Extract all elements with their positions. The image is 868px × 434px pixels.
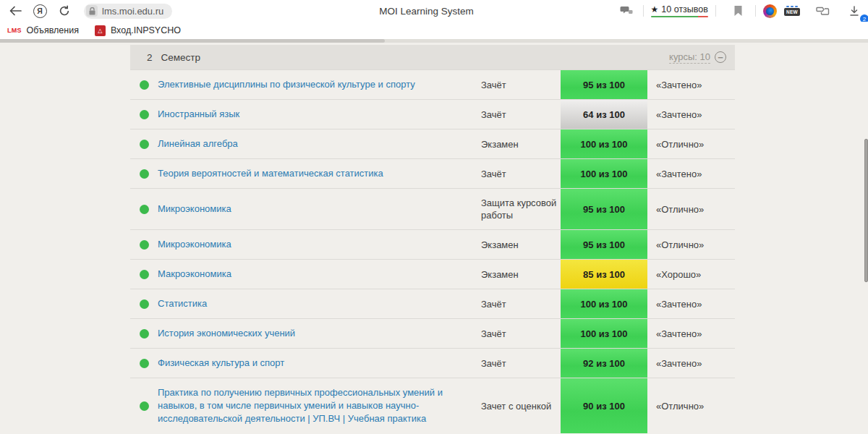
vertical-scrollbar-thumb[interactable] (864, 139, 868, 282)
status-dot-icon (140, 110, 149, 119)
back-arrow-icon (9, 6, 22, 16)
url-text: lms.moi.edu.ru (102, 6, 163, 17)
score-badge: 95 из 100 (561, 189, 647, 229)
grade-text: «Зачтено» (647, 319, 735, 348)
course-link[interactable]: Практика по получению первичных професси… (158, 386, 468, 425)
address-bar[interactable]: lms.moi.edu.ru (84, 4, 172, 19)
site-reviews-widget[interactable]: ★ 10 отзывов (651, 4, 708, 18)
sparkle-icon (786, 6, 798, 7)
score-badge: 64 из 100 (561, 100, 647, 129)
rating-bar (651, 16, 708, 18)
score-badge: 92 из 100 (561, 349, 647, 378)
back-button[interactable] (6, 1, 25, 20)
course-link[interactable]: Микроэкономика (158, 203, 231, 216)
yandex-home-button[interactable]: Я (30, 1, 49, 20)
status-dot-icon (140, 140, 149, 149)
yandex-logo-icon: Я (33, 4, 47, 18)
star-icon: ★ (651, 4, 659, 14)
status-cell (130, 159, 158, 188)
assessment-type: Экзамен (481, 260, 561, 289)
bookmark-item-announcements[interactable]: LMS Объявления (7, 25, 79, 35)
status-cell (130, 70, 158, 99)
status-dot-icon (140, 205, 149, 214)
table-row: Практика по получению первичных професси… (130, 378, 735, 433)
separator (715, 5, 716, 17)
lms-page-content: 2 Семестр курсы: 10 − Элективные дисципл… (0, 43, 868, 434)
status-cell (130, 100, 158, 129)
table-row: Линейная алгебра Экзамен 100 из 100 «Отл… (130, 129, 735, 158)
course-link[interactable]: Макроэкономика (158, 268, 231, 281)
extension-circle-icon[interactable] (763, 4, 777, 18)
status-cell (130, 349, 158, 378)
course-link[interactable]: Линейная алгебра (158, 137, 238, 150)
course-link[interactable]: Физическая культура и спорт (158, 357, 284, 370)
bookmark-item-inpsycho-login[interactable]: △ Вход.INPSYCHO (95, 25, 181, 36)
bookmark-flag-button[interactable] (729, 1, 748, 20)
table-row: Микроэкономика Экзамен 95 из 100 «Отличн… (130, 229, 735, 259)
assessment-type: Зачёт (481, 349, 561, 378)
semester-grades-table: 2 Семестр курсы: 10 − Элективные дисципл… (130, 45, 735, 434)
table-row: Макроэкономика Экзамен 85 из 100 «Хорошо… (130, 259, 735, 289)
chat-button[interactable] (617, 1, 636, 20)
semester-2-header: 2 Семестр курсы: 10 − (130, 45, 735, 69)
table-row: История экономических учений Зачёт 100 и… (130, 318, 735, 348)
table-row: Микроэкономика Защита курсовой работы 95… (130, 188, 735, 229)
course-link[interactable]: Иностранный язык (158, 108, 239, 121)
semester-label: Семестр (161, 52, 201, 63)
score-badge: 100 из 100 (561, 319, 647, 348)
status-cell (130, 378, 158, 433)
chat-bubbles-icon (620, 6, 633, 17)
assessment-type: Зачет с оценкой (481, 378, 561, 433)
course-link[interactable]: Микроэкономика (158, 238, 231, 251)
courses-count-link[interactable]: курсы: 10 (669, 51, 710, 64)
lms-favicon: LMS (7, 27, 22, 34)
score-badge: 85 из 100 (561, 260, 647, 289)
course-link[interactable]: Теория вероятностей и математическая ста… (158, 167, 383, 180)
table-row: Физическая культура и спорт Зачёт 92 из … (130, 348, 735, 378)
score-badge: 95 из 100 (561, 230, 647, 259)
course-link[interactable]: История экономических учений (158, 327, 295, 340)
downloads-button[interactable]: 2 (845, 1, 864, 20)
status-cell (130, 189, 158, 229)
tab-groups-button[interactable] (813, 1, 832, 20)
grade-text: «Зачтено» (647, 159, 735, 188)
assessment-type: Защита курсовой работы (481, 189, 561, 229)
new-extension-button[interactable]: NEW (784, 6, 800, 16)
reviews-count-label: 10 отзывов (661, 4, 708, 14)
lock-icon[interactable] (86, 5, 98, 17)
assessment-type: Зачёт (481, 70, 561, 99)
collapse-icon[interactable]: − (715, 51, 726, 63)
bookmarks-bar: LMS Объявления △ Вход.INPSYCHO (0, 22, 868, 39)
status-dot-icon (140, 270, 149, 279)
course-link[interactable]: Статистика (158, 297, 207, 310)
status-dot-icon (140, 169, 149, 179)
score-badge: 100 из 100 (561, 289, 647, 318)
status-cell (130, 129, 158, 158)
table-row: Теория вероятностей и математическая ста… (130, 158, 735, 188)
assessment-type: Зачёт (481, 159, 561, 188)
status-dot-icon (140, 299, 149, 309)
grade-text: «Зачтено» (647, 70, 735, 99)
status-dot-icon (140, 329, 149, 339)
status-dot-icon (140, 359, 149, 368)
assessment-type: Зачёт (481, 289, 561, 318)
grade-text: «Зачтено» (647, 289, 735, 318)
bookmark-label: Вход.INPSYCHO (111, 25, 181, 35)
semester-number: 2 (147, 52, 153, 63)
new-badge: NEW (784, 8, 800, 16)
table-row: Элективные дисциплины по физической куль… (130, 69, 735, 99)
score-badge: 100 из 100 (561, 159, 647, 188)
bookmark-label: Объявления (27, 25, 79, 35)
browser-toolbar: Я lms.moi.edu.ru MOI Learning System ★ (0, 0, 868, 22)
download-icon (849, 6, 859, 17)
status-dot-icon (140, 401, 149, 411)
tab-groups-icon (816, 6, 830, 17)
status-cell (130, 260, 158, 289)
table-row: Статистика Зачёт 100 из 100 «Зачтено» (130, 289, 735, 318)
grade-text: «Отлично» (647, 129, 735, 158)
status-cell (130, 319, 158, 348)
course-link[interactable]: Элективные дисциплины по физической куль… (158, 78, 415, 91)
grade-text: «Отлично» (647, 378, 735, 433)
table-row: Иностранный язык Зачёт 64 из 100 «Зачтен… (130, 99, 735, 129)
refresh-button[interactable] (55, 1, 74, 20)
